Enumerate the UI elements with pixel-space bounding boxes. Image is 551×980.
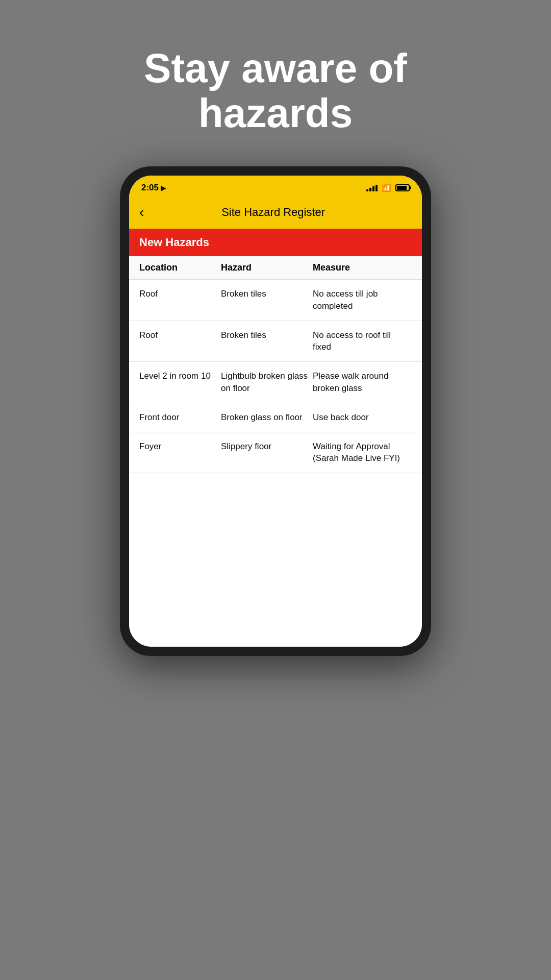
col-hazard-header: Hazard xyxy=(221,262,313,273)
cell-hazard: Broken tiles xyxy=(221,288,313,300)
table-row: Foyer Slippery floor Waiting for Approva… xyxy=(129,432,422,474)
cell-measure: Use back door xyxy=(313,411,412,424)
table-row: Roof Broken tiles No access till job com… xyxy=(129,280,422,321)
direction-icon: ▶ xyxy=(161,184,166,192)
page-title: Stay aware of hazards xyxy=(144,46,407,136)
cell-measure: No access to roof till fixed xyxy=(313,329,412,354)
cell-measure: Waiting for Approval (Sarah Made Live FY… xyxy=(313,440,412,465)
cell-location: Roof xyxy=(139,288,221,300)
battery-icon xyxy=(395,184,410,191)
status-bar: 2:05 ▶ 📶 xyxy=(129,176,422,198)
status-icons: 📶 xyxy=(366,183,410,192)
table-row: Roof Broken tiles No access to roof till… xyxy=(129,321,422,362)
new-hazards-label: New Hazards xyxy=(139,236,209,249)
table-header-row: Location Hazard Measure xyxy=(129,256,422,280)
back-button[interactable]: ‹ xyxy=(139,205,144,219)
status-time: 2:05 ▶ xyxy=(141,183,166,193)
hazard-table: Location Hazard Measure Roof Broken tile… xyxy=(129,256,422,473)
col-measure-header: Measure xyxy=(313,262,412,273)
signal-icon xyxy=(366,184,378,191)
cell-hazard: Broken tiles xyxy=(221,329,313,341)
cell-measure: Please walk around broken glass xyxy=(313,370,412,395)
new-hazards-bar: New Hazards xyxy=(129,229,422,256)
cell-hazard: Broken glass on floor xyxy=(221,411,313,424)
bottom-area xyxy=(129,473,422,647)
phone-shell: 2:05 ▶ 📶 ‹ Site Hazard Register xyxy=(120,166,431,656)
cell-location: Foyer xyxy=(139,440,221,453)
app-header: ‹ Site Hazard Register xyxy=(129,198,422,229)
cell-location: Front door xyxy=(139,411,221,424)
cell-location: Roof xyxy=(139,329,221,341)
header-title: Site Hazard Register xyxy=(149,206,397,219)
col-location-header: Location xyxy=(139,262,221,273)
table-row: Level 2 in room 10 Lightbulb broken glas… xyxy=(129,362,422,403)
table-row: Front door Broken glass on floor Use bac… xyxy=(129,403,422,432)
cell-hazard: Slippery floor xyxy=(221,440,313,453)
cell-location: Level 2 in room 10 xyxy=(139,370,221,382)
cell-measure: No access till job completed xyxy=(313,288,412,312)
wifi-icon: 📶 xyxy=(382,183,391,192)
phone-screen: 2:05 ▶ 📶 ‹ Site Hazard Register xyxy=(129,176,422,647)
cell-hazard: Lightbulb broken glass on floor xyxy=(221,370,313,395)
